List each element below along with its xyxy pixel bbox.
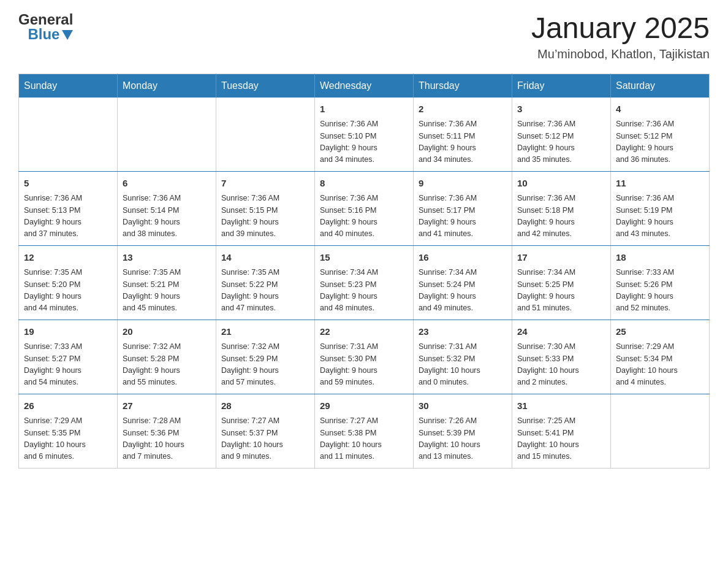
calendar-cell: 8Sunrise: 7:36 AM Sunset: 5:16 PM Daylig…	[315, 171, 414, 245]
calendar-cell: 19Sunrise: 7:33 AM Sunset: 5:27 PM Dayli…	[19, 320, 118, 394]
calendar-cell: 10Sunrise: 7:36 AM Sunset: 5:18 PM Dayli…	[512, 171, 611, 245]
day-info: Sunrise: 7:26 AM Sunset: 5:39 PM Dayligh…	[419, 415, 507, 463]
day-number: 20	[123, 325, 211, 339]
calendar-table: SundayMondayTuesdayWednesdayThursdayFrid…	[18, 74, 710, 469]
day-number: 27	[123, 399, 211, 413]
calendar-cell: 21Sunrise: 7:32 AM Sunset: 5:29 PM Dayli…	[216, 320, 315, 394]
logo-icon: General Blue	[18, 12, 73, 42]
day-info: Sunrise: 7:31 AM Sunset: 5:32 PM Dayligh…	[419, 341, 507, 389]
day-info: Sunrise: 7:30 AM Sunset: 5:33 PM Dayligh…	[517, 341, 605, 389]
header-day-tuesday: Tuesday	[216, 74, 315, 98]
calendar-week-row: 19Sunrise: 7:33 AM Sunset: 5:27 PM Dayli…	[19, 320, 710, 394]
calendar-cell	[611, 394, 710, 468]
day-info: Sunrise: 7:29 AM Sunset: 5:35 PM Dayligh…	[24, 415, 112, 463]
day-number: 25	[616, 325, 704, 339]
calendar-cell: 23Sunrise: 7:31 AM Sunset: 5:32 PM Dayli…	[414, 320, 512, 394]
title-block: January 2025 Mu’minobod, Khatlon, Tajiki…	[531, 12, 710, 61]
day-info: Sunrise: 7:36 AM Sunset: 5:15 PM Dayligh…	[221, 193, 309, 240]
header-day-sunday: Sunday	[19, 74, 118, 98]
day-number: 12	[24, 251, 112, 265]
calendar-cell: 5Sunrise: 7:36 AM Sunset: 5:13 PM Daylig…	[19, 171, 118, 245]
logo: General Blue	[18, 12, 73, 42]
calendar-cell: 22Sunrise: 7:31 AM Sunset: 5:30 PM Dayli…	[315, 320, 414, 394]
day-number: 8	[320, 177, 408, 191]
calendar-week-row: 1Sunrise: 7:36 AM Sunset: 5:10 PM Daylig…	[19, 98, 710, 172]
day-number: 21	[221, 325, 309, 339]
calendar-header-row: SundayMondayTuesdayWednesdayThursdayFrid…	[19, 74, 710, 98]
calendar-week-row: 26Sunrise: 7:29 AM Sunset: 5:35 PM Dayli…	[19, 394, 710, 468]
day-info: Sunrise: 7:36 AM Sunset: 5:11 PM Dayligh…	[419, 118, 507, 166]
page-header: General Blue January 2025 Mu’minobod, Kh…	[18, 12, 710, 61]
day-info: Sunrise: 7:36 AM Sunset: 5:19 PM Dayligh…	[616, 193, 704, 240]
calendar-cell: 31Sunrise: 7:25 AM Sunset: 5:41 PM Dayli…	[512, 394, 611, 468]
day-number: 24	[517, 325, 605, 339]
calendar-cell: 6Sunrise: 7:36 AM Sunset: 5:14 PM Daylig…	[118, 171, 216, 245]
calendar-cell: 4Sunrise: 7:36 AM Sunset: 5:12 PM Daylig…	[611, 98, 710, 172]
day-info: Sunrise: 7:36 AM Sunset: 5:12 PM Dayligh…	[616, 118, 704, 166]
page-subtitle: Mu’minobod, Khatlon, Tajikistan	[531, 47, 710, 61]
page-title: January 2025	[531, 12, 710, 45]
day-info: Sunrise: 7:32 AM Sunset: 5:28 PM Dayligh…	[123, 341, 211, 389]
day-number: 11	[616, 177, 704, 191]
calendar-cell: 14Sunrise: 7:35 AM Sunset: 5:22 PM Dayli…	[216, 245, 315, 320]
day-number: 5	[24, 177, 112, 191]
day-number: 1	[320, 102, 408, 117]
calendar-cell: 27Sunrise: 7:28 AM Sunset: 5:36 PM Dayli…	[118, 394, 216, 468]
day-info: Sunrise: 7:35 AM Sunset: 5:20 PM Dayligh…	[24, 267, 112, 315]
header-day-friday: Friday	[512, 74, 611, 98]
calendar-cell: 3Sunrise: 7:36 AM Sunset: 5:12 PM Daylig…	[512, 98, 611, 172]
header-day-saturday: Saturday	[611, 74, 710, 98]
day-number: 15	[320, 251, 408, 265]
day-number: 19	[24, 325, 112, 339]
calendar-cell	[19, 98, 118, 172]
day-number: 31	[517, 399, 605, 413]
calendar-cell	[118, 98, 216, 172]
calendar-cell: 13Sunrise: 7:35 AM Sunset: 5:21 PM Dayli…	[118, 245, 216, 320]
calendar-cell: 20Sunrise: 7:32 AM Sunset: 5:28 PM Dayli…	[118, 320, 216, 394]
day-info: Sunrise: 7:36 AM Sunset: 5:13 PM Dayligh…	[24, 193, 112, 240]
day-number: 26	[24, 399, 112, 413]
day-info: Sunrise: 7:36 AM Sunset: 5:18 PM Dayligh…	[517, 193, 605, 240]
calendar-cell: 1Sunrise: 7:36 AM Sunset: 5:10 PM Daylig…	[315, 98, 414, 172]
day-number: 6	[123, 177, 211, 191]
day-number: 29	[320, 399, 408, 413]
day-number: 7	[221, 177, 309, 191]
day-number: 18	[616, 251, 704, 265]
calendar-cell	[216, 98, 315, 172]
day-number: 3	[517, 102, 605, 117]
day-number: 22	[320, 325, 408, 339]
day-info: Sunrise: 7:35 AM Sunset: 5:22 PM Dayligh…	[221, 267, 309, 315]
calendar-cell: 28Sunrise: 7:27 AM Sunset: 5:37 PM Dayli…	[216, 394, 315, 468]
day-info: Sunrise: 7:31 AM Sunset: 5:30 PM Dayligh…	[320, 341, 408, 389]
day-number: 14	[221, 251, 309, 265]
header-day-monday: Monday	[118, 74, 216, 98]
header-day-thursday: Thursday	[414, 74, 512, 98]
day-info: Sunrise: 7:29 AM Sunset: 5:34 PM Dayligh…	[616, 341, 704, 389]
day-info: Sunrise: 7:36 AM Sunset: 5:10 PM Dayligh…	[320, 118, 408, 166]
calendar-cell: 25Sunrise: 7:29 AM Sunset: 5:34 PM Dayli…	[611, 320, 710, 394]
calendar-cell: 17Sunrise: 7:34 AM Sunset: 5:25 PM Dayli…	[512, 245, 611, 320]
calendar-cell: 29Sunrise: 7:27 AM Sunset: 5:38 PM Dayli…	[315, 394, 414, 468]
day-number: 9	[419, 177, 507, 191]
calendar-cell: 7Sunrise: 7:36 AM Sunset: 5:15 PM Daylig…	[216, 171, 315, 245]
day-number: 13	[123, 251, 211, 265]
day-info: Sunrise: 7:35 AM Sunset: 5:21 PM Dayligh…	[123, 267, 211, 315]
day-info: Sunrise: 7:34 AM Sunset: 5:25 PM Dayligh…	[517, 267, 605, 315]
calendar-cell: 2Sunrise: 7:36 AM Sunset: 5:11 PM Daylig…	[414, 98, 512, 172]
day-number: 2	[419, 102, 507, 117]
day-info: Sunrise: 7:36 AM Sunset: 5:16 PM Dayligh…	[320, 193, 408, 240]
day-info: Sunrise: 7:36 AM Sunset: 5:12 PM Dayligh…	[517, 118, 605, 166]
day-info: Sunrise: 7:27 AM Sunset: 5:37 PM Dayligh…	[221, 415, 309, 463]
day-number: 30	[419, 399, 507, 413]
day-number: 17	[517, 251, 605, 265]
day-info: Sunrise: 7:25 AM Sunset: 5:41 PM Dayligh…	[517, 415, 605, 463]
calendar-cell: 15Sunrise: 7:34 AM Sunset: 5:23 PM Dayli…	[315, 245, 414, 320]
day-info: Sunrise: 7:36 AM Sunset: 5:14 PM Dayligh…	[123, 193, 211, 240]
day-info: Sunrise: 7:34 AM Sunset: 5:23 PM Dayligh…	[320, 267, 408, 315]
calendar-cell: 12Sunrise: 7:35 AM Sunset: 5:20 PM Dayli…	[19, 245, 118, 320]
day-info: Sunrise: 7:36 AM Sunset: 5:17 PM Dayligh…	[419, 193, 507, 240]
header-day-wednesday: Wednesday	[315, 74, 414, 98]
calendar-cell: 11Sunrise: 7:36 AM Sunset: 5:19 PM Dayli…	[611, 171, 710, 245]
calendar-cell: 16Sunrise: 7:34 AM Sunset: 5:24 PM Dayli…	[414, 245, 512, 320]
calendar-week-row: 5Sunrise: 7:36 AM Sunset: 5:13 PM Daylig…	[19, 171, 710, 245]
